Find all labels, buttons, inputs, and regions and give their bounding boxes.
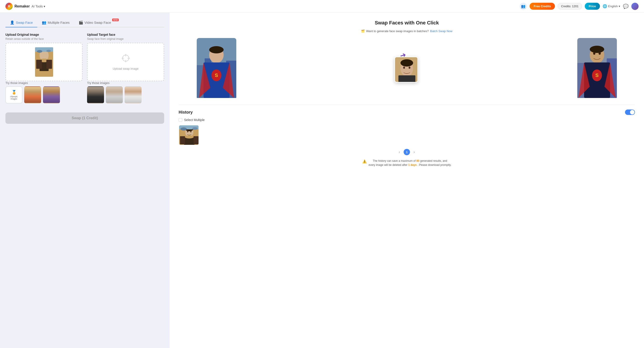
app-logo: R (6, 3, 13, 10)
upload-original-box[interactable] (6, 43, 82, 81)
svg-point-19 (209, 46, 224, 53)
header: R Remaker AI Tools ▾ 👥 Free Credits Cred… (0, 0, 644, 13)
upload-original-col: Upload Original Image Retain areas outsi… (6, 33, 82, 103)
svg-text:S: S (596, 72, 599, 78)
select-multiple-label: Select Multiple (184, 118, 205, 122)
sample-woman-2[interactable] (43, 86, 60, 103)
credits-display: Credits: 1201 (558, 3, 582, 10)
history-header: History (179, 110, 635, 115)
try-images-label-2: Try those images (87, 81, 164, 85)
upload-target-col: Upload Target face Swap face from origin… (87, 33, 164, 103)
upload-placeholder-text: Upload swap image (112, 67, 138, 70)
current-page: 1 (404, 149, 410, 155)
upload-target-subtitle: Swap face from original image (87, 37, 164, 41)
tab-swap-face[interactable]: 👤 Swap Face (6, 18, 37, 27)
superman-right-svg: S (577, 38, 617, 98)
svg-point-53 (187, 131, 188, 132)
history-item[interactable] (179, 125, 199, 145)
warning-icon: ⚠️ (362, 159, 367, 164)
sample-images-original: 🏅 Olympic images (6, 86, 82, 103)
crosshair-icon (121, 54, 130, 65)
history-title: History (179, 110, 193, 115)
history-grid (179, 125, 635, 145)
upload-original-subtitle: Retain areas outside of the face (6, 37, 82, 41)
mona-lisa-preview (35, 47, 53, 77)
superman-left-svg: S (197, 38, 236, 98)
select-multiple-row: Select Multiple (179, 118, 635, 122)
svg-point-7 (37, 50, 42, 53)
svg-point-27 (400, 59, 413, 67)
sample-man-1[interactable] (87, 86, 104, 103)
price-button[interactable]: Price (585, 3, 600, 10)
tab-multiple-faces[interactable]: 👥 Multiple Faces (37, 18, 74, 27)
language-selector[interactable]: 🌐 English ▾ (602, 4, 620, 8)
olympic-rings-icon: 🏅 (12, 90, 16, 95)
tabs-row: 👤 Swap Face 👥 Multiple Faces 🎬 Video Swa… (6, 18, 164, 27)
tab-video-swap-face-label: Video Swap Face (84, 21, 111, 25)
demo-small-face (394, 57, 418, 83)
svg-point-41 (593, 52, 596, 55)
sample-woman-1[interactable] (24, 86, 41, 103)
olympic-label: Olympic images (7, 96, 21, 100)
brand-name: Remaker (14, 4, 30, 8)
swap-button[interactable]: Swap (1 Credit) (6, 112, 164, 124)
language-label: English (608, 5, 618, 8)
sample-woman-3[interactable] (106, 86, 123, 103)
batch-swap-link[interactable]: Batch Swap Now (430, 30, 452, 33)
upload-target-box[interactable]: Upload swap image (87, 43, 164, 81)
notice-line2: generated results, and (420, 159, 447, 162)
svg-point-52 (192, 127, 198, 130)
history-section: History Select Multiple (179, 105, 635, 167)
video-swap-tab-icon: 🎬 (79, 20, 83, 25)
upload-original-title: Upload Original Image (6, 33, 82, 37)
header-right: 👥 Free Credits Credits: 1201 Price 🌐 Eng… (520, 3, 638, 10)
svg-text:S: S (215, 72, 218, 78)
sample-woman-4[interactable] (124, 86, 142, 103)
select-multiple-checkbox[interactable] (179, 118, 182, 122)
next-page-button[interactable]: › (414, 150, 415, 154)
notice-days: 1 days (408, 163, 416, 167)
pagination: ‹ 1 › (179, 149, 635, 155)
swap-face-tab-icon: 👤 (10, 20, 14, 25)
notice-line3: every image will be deleted after (368, 163, 408, 167)
chat-icon[interactable]: 💬 (623, 4, 628, 9)
prev-page-button[interactable]: ‹ (399, 150, 400, 154)
upload-target-title: Upload Target face (87, 33, 164, 37)
tab-video-swap-face[interactable]: 🎬 Video Swap Face NEW (74, 18, 119, 27)
notice-text: The history can save a maximum of 80 gen… (368, 159, 451, 167)
tab-multiple-faces-label: Multiple Faces (48, 21, 70, 25)
svg-rect-49 (194, 136, 198, 144)
toggle-thumb (630, 110, 634, 115)
svg-rect-4 (36, 60, 42, 69)
ai-tools-menu[interactable]: AI Tools ▾ (32, 5, 46, 8)
demo-right-image: S (577, 38, 617, 98)
chevron-down-icon: ▾ (619, 5, 620, 8)
sample-images-target (87, 86, 164, 103)
demo-container: S ➜ (179, 37, 635, 98)
multiple-faces-tab-icon: 👥 (42, 20, 46, 25)
small-face-svg (395, 57, 418, 83)
main-layout: 👤 Swap Face 👥 Multiple Faces 🎬 Video Swa… (0, 13, 644, 348)
svg-point-8 (46, 50, 51, 52)
free-credits-button[interactable]: Free Credits (530, 3, 555, 10)
svg-rect-5 (46, 60, 52, 69)
notice-line1: The history can save a maximum of (373, 159, 416, 162)
ai-tools-label: AI Tools (32, 5, 43, 8)
history-toggle[interactable] (625, 110, 635, 115)
svg-point-30 (408, 67, 410, 69)
header-left: R Remaker AI Tools ▾ (6, 3, 45, 10)
demo-left-image: S (197, 38, 236, 98)
user-avatar[interactable] (631, 3, 638, 10)
svg-rect-28 (398, 75, 416, 83)
batch-notice: 🗂️ Want to generate face swap images in … (179, 30, 635, 33)
history-mona-lisa (179, 125, 199, 145)
users-icon[interactable]: 👥 (520, 3, 527, 10)
notice-line4: . Please download promptly. (418, 163, 451, 167)
svg-point-47 (185, 135, 194, 139)
batch-notice-text: Want to generate face swap images in bat… (366, 30, 429, 33)
sample-olympic[interactable]: 🏅 Olympic images (6, 86, 22, 103)
right-panel-title: Swap Faces with One Click (179, 20, 635, 26)
left-panel: 👤 Swap Face 👥 Multiple Faces 🎬 Video Swa… (0, 13, 170, 348)
stack-icon: 🗂️ (361, 30, 365, 33)
svg-point-29 (403, 67, 405, 69)
